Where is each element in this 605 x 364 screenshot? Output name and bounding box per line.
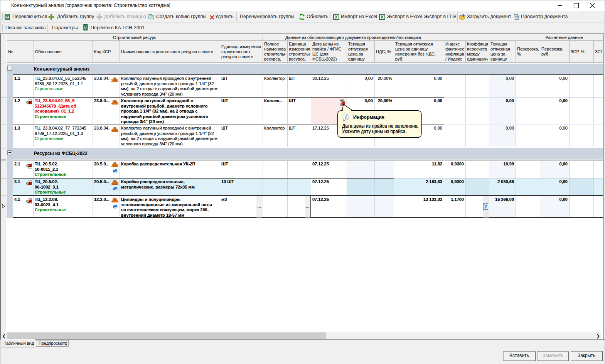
svg-text:КА: КА: [5, 15, 10, 19]
svg-text:КА: КА: [84, 26, 88, 29]
svg-text:i: i: [345, 114, 347, 120]
